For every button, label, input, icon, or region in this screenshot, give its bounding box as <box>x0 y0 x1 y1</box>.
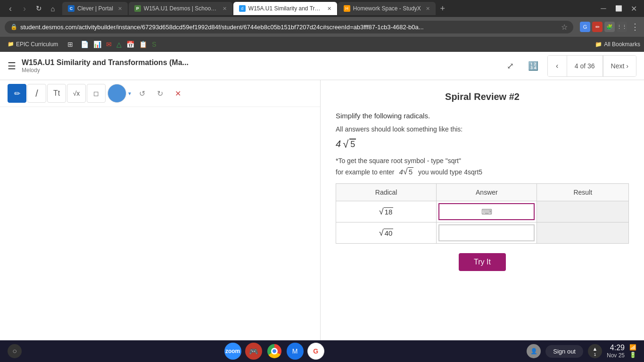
window-close-btn[interactable]: ✕ <box>627 2 640 15</box>
next-page-btn[interactable]: Next › <box>603 56 636 76</box>
tab-close-studyx[interactable]: ✕ <box>426 6 430 12</box>
answer-cell-2 <box>437 222 537 244</box>
radical-cell-2: 40 <box>336 222 437 244</box>
tab-favicon-schoology: P <box>134 5 141 12</box>
gmail-icon: G <box>313 347 318 355</box>
text-tool-btn[interactable]: Tt <box>47 84 66 103</box>
keyboard-icon-1: ⌨ <box>481 207 492 216</box>
bm-epic-label: EPIC Curriculum <box>16 41 58 48</box>
system-circle-icon[interactable]: ○ <box>8 344 22 358</box>
example-radical-display: 4 5 <box>336 139 629 149</box>
bookmark-star-btn[interactable]: ☆ <box>561 23 568 32</box>
ext-google-icon[interactable]: G <box>580 22 590 32</box>
ext-apps-icon[interactable]: ⋮⋮ <box>617 22 627 32</box>
redo-btn[interactable]: ↻ <box>152 85 169 102</box>
tab-schoology[interactable]: P W15A.U1 Desmos | Schoology ✕ <box>129 2 232 15</box>
calculator-btn[interactable]: 🔢 <box>525 58 542 74</box>
app2-icon: 🎮 <box>249 347 258 356</box>
browser-home-btn[interactable]: ⌂ <box>46 2 59 15</box>
taskbar: ○ zoom 🎮 M G 👤 Sign out ▲ 1 <box>0 340 644 362</box>
example-type-instruction: you would type 4sqrt5 <box>418 168 482 176</box>
battery-icon: 🔋 <box>629 352 636 358</box>
answer-input-1[interactable]: ⌨ <box>438 203 535 220</box>
browser-menu-btn[interactable]: ⋮ <box>631 22 639 32</box>
ext-paint-icon[interactable]: ✏ <box>592 22 603 32</box>
color-dropdown-btn[interactable]: ▼ <box>126 91 133 96</box>
tab-clever[interactable]: C Clever | Portal ✕ <box>62 2 128 15</box>
browser-refresh-btn[interactable]: ↻ <box>32 2 45 15</box>
bm-epic-curriculum[interactable]: 📁 EPIC Curriculum <box>4 40 62 49</box>
tab-label-schoology: W15A.U1 Desmos | Schoology <box>144 5 218 12</box>
prev-page-btn[interactable]: ‹ <box>548 56 567 76</box>
all-bookmarks-btn[interactable]: 📁 All Bookmarks <box>595 41 640 48</box>
sqrt-18-radicand: 18 <box>384 207 394 216</box>
bm-apps-grid[interactable]: ⊞ <box>64 40 77 49</box>
answer-format-note: All answers should look something like t… <box>336 125 629 133</box>
try-it-button[interactable]: Try It <box>459 253 506 271</box>
window-minimize-btn[interactable]: ─ <box>597 2 610 15</box>
bm-drive[interactable]: △ <box>115 40 124 49</box>
bm-slides[interactable]: 📊 <box>91 40 103 49</box>
taskbar-app-zoom[interactable]: zoom <box>224 343 241 360</box>
taskbar-app-gmail[interactable]: G <box>307 343 324 360</box>
problem-instruction: Simplify the following radicals. <box>336 112 629 120</box>
answer-input-2[interactable] <box>438 224 535 241</box>
sqrt-18-sign <box>379 207 384 216</box>
hamburger-menu-btn[interactable]: ☰ <box>8 60 16 72</box>
browser-chrome: ‹ › ↻ ⌂ C Clever | Portal ✕ P W15A.U1 De… <box>0 0 644 52</box>
tab-studyx[interactable]: H Homework Space - StudyX ✕ <box>338 2 436 15</box>
sign-out-button[interactable]: Sign out <box>545 345 583 358</box>
window-maximize-btn[interactable]: ⬜ <box>612 2 625 15</box>
drawing-canvas[interactable] <box>0 107 320 340</box>
ext-puzzle-icon[interactable]: 🧩 <box>604 22 615 32</box>
taskbar-app-meet[interactable]: M <box>287 343 304 360</box>
bm-docs[interactable]: 📄 <box>79 40 91 49</box>
math-tool-btn[interactable]: √x <box>67 84 86 103</box>
page-count: 4 of 36 <box>567 56 603 76</box>
browser-back-btn[interactable]: ‹ <box>4 2 17 15</box>
col-radical: Radical <box>336 184 437 201</box>
address-input-wrap[interactable]: 🔒 student.desmos.com/activitybuilder/ins… <box>5 21 573 33</box>
new-tab-button[interactable]: + <box>437 2 449 15</box>
tab-desmos[interactable]: d W15A.U1 Similarity and Trans… ✕ <box>233 2 337 15</box>
tab-close-desmos[interactable]: ✕ <box>327 6 331 12</box>
tab-label-studyx: Homework Space - StudyX <box>353 5 421 12</box>
wifi-battery-icons: 📶 🔋 <box>629 344 636 358</box>
profile-btn[interactable]: 👤 <box>527 344 541 358</box>
taskbar-app-chrome[interactable] <box>266 343 283 360</box>
bm-gmail[interactable]: ✉ <box>104 40 114 49</box>
radicals-table: Radical Answer Result 18 <box>336 183 629 244</box>
close-toolbar-btn[interactable]: ✕ <box>170 85 187 102</box>
activity-title: W15A.U1 Similarity and Transformations (… <box>22 58 502 67</box>
result-cell-1 <box>537 201 629 222</box>
extension-icons: G ✏ 🧩 ⋮⋮ <box>580 22 627 32</box>
line-tool-btn[interactable]: / <box>27 84 46 103</box>
bm-calendar[interactable]: 📅 <box>124 40 136 49</box>
header-actions: ⤢ 🔢 ‹ 4 of 36 Next › <box>502 55 636 77</box>
header-title-wrap: W15A.U1 Similarity and Transformations (… <box>22 58 502 74</box>
example-type-hint: for example to enter 4 5 you would type … <box>336 167 629 176</box>
drawing-panel: ✏ / Tt √x ◻ ▼ ↺ ↻ ✕ <box>0 80 321 340</box>
sqrt-40-radicand: 40 <box>384 229 394 237</box>
eraser-tool-btn[interactable]: ◻ <box>87 84 106 103</box>
tab-close-clever[interactable]: ✕ <box>118 6 122 12</box>
small-sqrt-radicand: 5 <box>408 167 413 176</box>
tab-bar: ‹ › ↻ ⌂ C Clever | Portal ✕ P W15A.U1 De… <box>0 0 644 17</box>
bm-schoology-bm[interactable]: S <box>150 40 158 49</box>
main-content: ✏ / Tt √x ◻ ▼ ↺ ↻ ✕ Spiral Review #2 Sim… <box>0 80 644 340</box>
bm-keep[interactable]: 📋 <box>137 40 149 49</box>
taskbar-apps: zoom 🎮 M G <box>22 343 527 360</box>
problem-panel: Spiral Review #2 Simplify the following … <box>321 80 644 340</box>
tab-close-schoology[interactable]: ✕ <box>223 6 227 12</box>
color-picker-btn[interactable] <box>107 84 126 103</box>
taskbar-app-2[interactable]: 🎮 <box>245 343 262 360</box>
example-type-text: for example to enter <box>336 168 395 176</box>
pen-tool-btn[interactable]: ✏ <box>8 84 26 103</box>
radical-18: 18 <box>379 207 394 216</box>
browser-forward-btn[interactable]: › <box>18 2 31 15</box>
undo-btn[interactable]: ↺ <box>134 85 151 102</box>
table-row: 40 <box>336 222 629 244</box>
notification-icon[interactable]: ▲ 1 <box>588 344 602 358</box>
expand-btn[interactable]: ⤢ <box>502 58 519 74</box>
taskbar-right: 👤 Sign out ▲ 1 4:29 Nov 25 📶 🔋 <box>527 344 636 359</box>
